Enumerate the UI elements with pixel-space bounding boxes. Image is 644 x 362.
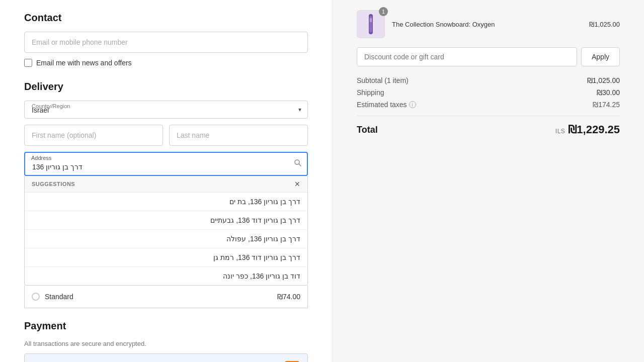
country-dropdown[interactable]: Israel (32, 104, 290, 114)
svg-line-1 (299, 164, 301, 166)
shipping-row: Shipping ₪30.00 (357, 88, 620, 97)
taxes-info-icon[interactable]: i (409, 101, 416, 108)
discount-row: Apply (357, 47, 620, 66)
total-value: ₪1,229.25 (568, 123, 620, 136)
product-price: ₪1,025.00 (589, 21, 620, 28)
shipping-label: Shipping (357, 88, 384, 97)
suggestion-item[interactable]: דרך בן גוריון 136, עפולה (25, 230, 307, 248)
last-name-input[interactable] (169, 125, 308, 146)
taxes-label-text: Estimated taxes (357, 101, 407, 109)
first-name-input[interactable] (24, 125, 163, 146)
address-search-icon (294, 159, 302, 169)
total-row: Total ILS ₪1,229.25 (357, 116, 620, 136)
suggestion-item[interactable]: דרך בן גוריון 136, בת ים (25, 193, 307, 211)
standard-shipping-radio[interactable] (32, 293, 40, 301)
shipping-value: ₪30.00 (597, 88, 620, 97)
taxes-row: Estimated taxes i ₪174.25 (357, 101, 620, 109)
email-news-label: Email me with news and offers (36, 59, 132, 67)
contact-title: Contact (24, 12, 308, 24)
apply-button[interactable]: Apply (581, 47, 620, 66)
suggestions-close-button[interactable]: ✕ (294, 180, 300, 188)
payment-title: Payment (24, 320, 308, 332)
suggestion-item[interactable]: דוד בן גוריון 136, כפר יונה (25, 267, 307, 285)
country-label: Country/Region (32, 103, 70, 109)
suggestions-dropdown: SUGGESTIONS ✕ דרך בן גוריון 136, בת ים ד… (24, 176, 308, 286)
address-input[interactable] (24, 152, 308, 176)
taxes-value: ₪174.25 (593, 101, 620, 109)
product-row: 1 The Collection Snowboard: Oxygen ₪1,02… (357, 10, 620, 38)
product-name: The Collection Snowboard: Oxygen (392, 21, 582, 28)
standard-shipping-label: Standard (45, 293, 73, 301)
email-input[interactable] (24, 32, 308, 53)
total-label: Total (357, 125, 378, 135)
credit-card-row: Credit card B (24, 353, 308, 362)
delivery-title: Delivery (24, 81, 308, 93)
country-select-wrapper: Country/Region Israel ▾ (24, 101, 308, 119)
discount-input[interactable] (357, 47, 577, 66)
suggestions-header-text: SUGGESTIONS (32, 181, 75, 187)
product-qty-badge: 1 (379, 7, 388, 16)
email-news-checkbox[interactable] (24, 59, 32, 67)
payment-subtitle: All transactions are secure and encrypte… (24, 340, 308, 347)
country-dropdown-arrow: ▾ (298, 106, 301, 113)
subtotal-row: Subtotal (1 item) ₪1,025.00 (357, 76, 620, 84)
standard-shipping-price: ₪74.00 (277, 293, 300, 301)
shipping-option-row: Standard ₪74.00 (24, 286, 308, 308)
suggestion-item[interactable]: דרך בן גוריון דוד 136, רמת גן (25, 248, 307, 267)
suggestion-item[interactable]: דרך בן גוריון דוד 136, גבעתיים (25, 211, 307, 230)
subtotal-label: Subtotal (1 item) (357, 76, 409, 84)
total-currency: ILS (555, 128, 566, 135)
subtotal-value: ₪1,025.00 (587, 76, 620, 84)
address-label: Address (31, 155, 51, 161)
